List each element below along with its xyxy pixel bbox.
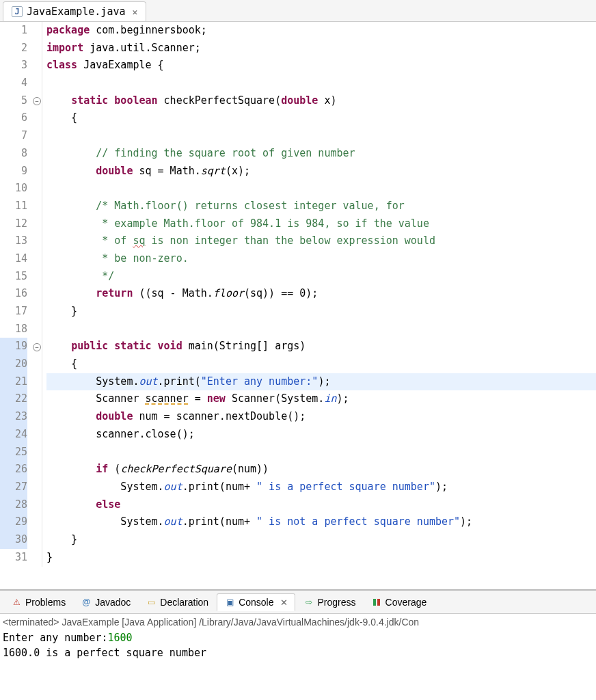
code-line[interactable]: */ xyxy=(46,268,596,286)
editor-tab-bar: J JavaExample.java ✕ xyxy=(0,0,596,22)
line-number: 13 xyxy=(0,232,27,250)
bottom-tab-bar: ⚠ Problems @ Javadoc ▭ Declaration ▣ Con… xyxy=(0,591,596,614)
console-result: 1600.0 is a perfect square number xyxy=(3,647,206,659)
code-line[interactable]: // finding the square root of given numb… xyxy=(46,145,596,163)
line-number: 14 xyxy=(0,250,27,268)
code-editor[interactable]: 1234567891011121314151617181920212223242… xyxy=(0,22,596,589)
java-file-icon: J xyxy=(12,6,23,17)
line-number: 9 xyxy=(0,163,27,180)
line-number: 22 xyxy=(0,390,27,408)
tab-javadoc-label: Javadoc xyxy=(95,597,131,608)
line-number: 12 xyxy=(0,215,27,233)
line-number: 17 xyxy=(0,303,27,321)
tab-progress[interactable]: ⇨ Progress xyxy=(297,594,363,610)
code-line[interactable]: /* Math.floor() returns closest integer … xyxy=(46,198,596,215)
fold-toggle-icon[interactable]: − xyxy=(33,343,41,351)
line-number: 27 xyxy=(0,479,27,496)
line-number-gutter: 1234567891011121314151617181920212223242… xyxy=(0,22,33,589)
line-number: 31 xyxy=(0,549,27,567)
line-number: 2 xyxy=(0,40,27,57)
line-number: 21 xyxy=(0,373,27,391)
line-number: 3 xyxy=(0,57,27,75)
tab-declaration[interactable]: ▭ Declaration xyxy=(139,594,215,610)
line-number: 30 xyxy=(0,531,27,549)
code-line[interactable]: System.out.print(num+ " is not a perfect… xyxy=(46,513,596,531)
line-number: 5 xyxy=(0,92,27,110)
code-line[interactable]: { xyxy=(46,109,596,127)
code-line[interactable]: static boolean checkPerfectSquare(double… xyxy=(46,92,596,110)
line-number: 15 xyxy=(0,268,27,286)
code-line[interactable] xyxy=(46,321,596,338)
tab-console[interactable]: ▣ Console ✕ xyxy=(217,593,295,611)
file-tab[interactable]: J JavaExample.java ✕ xyxy=(3,1,146,21)
code-line[interactable]: package com.beginnersbook; xyxy=(46,22,596,40)
line-number: 25 xyxy=(0,444,27,461)
line-number: 7 xyxy=(0,127,27,145)
code-line[interactable]: public static void main(String[] args) xyxy=(46,338,596,355)
code-line[interactable]: } xyxy=(46,303,596,321)
code-line[interactable]: import java.util.Scanner; xyxy=(46,40,596,57)
progress-icon: ⇨ xyxy=(303,597,314,608)
line-number: 11 xyxy=(0,198,27,215)
fold-toggle-icon[interactable]: − xyxy=(33,97,41,105)
console-user-input: 1600 xyxy=(108,632,133,644)
line-number: 26 xyxy=(0,461,27,479)
coverage-icon xyxy=(371,597,382,608)
file-tab-label: JavaExample.java xyxy=(27,5,126,18)
console-body: <terminated> JavaExample [Java Applicati… xyxy=(0,614,596,663)
code-line[interactable]: double sq = Math.sqrt(x); xyxy=(46,163,596,180)
console-icon: ▣ xyxy=(224,597,235,608)
line-number: 10 xyxy=(0,180,27,198)
console-prompt: Enter any number: xyxy=(3,632,108,644)
line-number: 4 xyxy=(0,75,27,92)
line-number: 24 xyxy=(0,426,27,444)
line-number: 20 xyxy=(0,355,27,373)
code-line[interactable]: * be non-zero. xyxy=(46,250,596,268)
line-number: 29 xyxy=(0,513,27,531)
line-number: 8 xyxy=(0,145,27,163)
tab-javadoc[interactable]: @ Javadoc xyxy=(74,594,137,610)
code-line[interactable] xyxy=(46,444,596,461)
tab-coverage-label: Coverage xyxy=(385,597,427,608)
code-line[interactable]: { xyxy=(46,355,596,373)
console-output[interactable]: Enter any number:1600 1600.0 is a perfec… xyxy=(3,628,593,660)
code-line[interactable]: System.out.print("Enter any number:"); xyxy=(46,373,596,391)
tab-console-label: Console xyxy=(239,597,273,608)
problems-icon: ⚠ xyxy=(11,597,22,608)
code-line[interactable]: } xyxy=(46,531,596,549)
code-line[interactable]: } xyxy=(46,549,596,567)
code-line[interactable] xyxy=(46,180,596,198)
line-number: 23 xyxy=(0,408,27,426)
tab-problems[interactable]: ⚠ Problems xyxy=(4,594,72,610)
line-number: 18 xyxy=(0,321,27,338)
line-number: 16 xyxy=(0,285,27,303)
console-status: <terminated> JavaExample [Java Applicati… xyxy=(3,617,593,628)
svg-rect-1 xyxy=(377,599,380,606)
tab-declaration-label: Declaration xyxy=(160,597,208,608)
bottom-panel: ⚠ Problems @ Javadoc ▭ Declaration ▣ Con… xyxy=(0,589,596,663)
tab-progress-label: Progress xyxy=(318,597,356,608)
code-area[interactable]: package com.beginnersbook;import java.ut… xyxy=(42,22,596,589)
code-line[interactable]: Scanner scanner = new Scanner(System.in)… xyxy=(46,390,596,408)
code-line[interactable]: if (checkPerfectSquare(num)) xyxy=(46,461,596,479)
line-number: 28 xyxy=(0,496,27,514)
code-line[interactable]: scanner.close(); xyxy=(46,426,596,444)
line-number: 1 xyxy=(0,22,27,40)
tab-coverage[interactable]: Coverage xyxy=(364,594,434,610)
code-line[interactable]: System.out.print(num+ " is a perfect squ… xyxy=(46,479,596,496)
tab-problems-label: Problems xyxy=(25,597,66,608)
code-line[interactable]: class JavaExample { xyxy=(46,57,596,75)
declaration-icon: ▭ xyxy=(146,597,157,608)
code-line[interactable]: * example Math.floor of 984.1 is 984, so… xyxy=(46,215,596,233)
code-line[interactable] xyxy=(46,127,596,145)
close-tab-icon[interactable]: ✕ xyxy=(133,7,138,17)
javadoc-icon: @ xyxy=(81,597,92,608)
code-line[interactable]: return ((sq - Math.floor(sq)) == 0); xyxy=(46,285,596,303)
code-line[interactable] xyxy=(46,75,596,92)
code-line[interactable]: else xyxy=(46,496,596,514)
code-line[interactable]: * of sq is non integer than the below ex… xyxy=(46,232,596,250)
svg-rect-0 xyxy=(373,599,376,606)
line-number: 19 xyxy=(0,338,27,355)
code-line[interactable]: double num = scanner.nextDouble(); xyxy=(46,408,596,426)
console-close-icon[interactable]: ✕ xyxy=(280,597,288,608)
